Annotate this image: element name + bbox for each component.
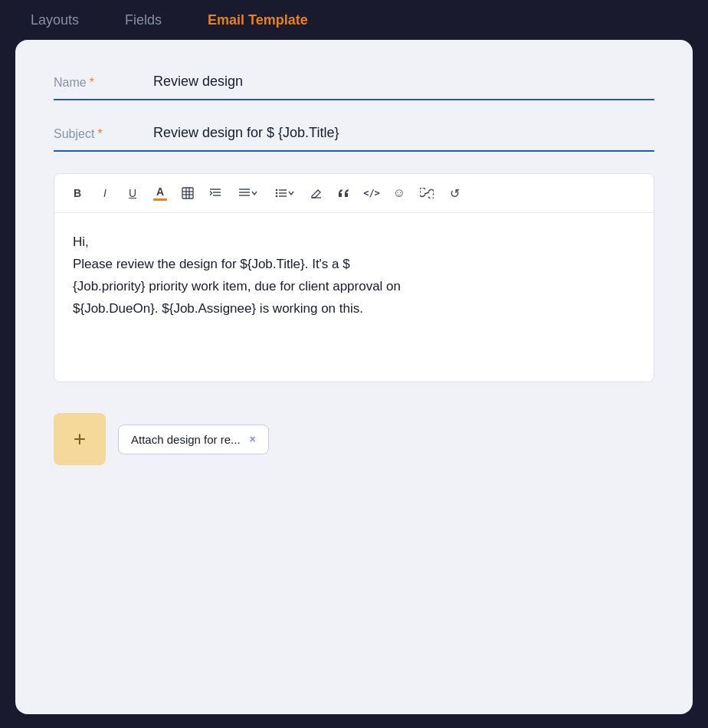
color-a-btn[interactable]: A [148, 182, 172, 205]
editor-content[interactable]: Hi, Please review the design for ${Job.T… [54, 213, 654, 382]
top-nav: Layouts Fields Email Template [0, 0, 708, 40]
underline-btn[interactable]: U [120, 182, 145, 205]
svg-point-11 [275, 189, 277, 192]
main-card: Name * Subject * B I U A [15, 40, 693, 714]
name-label: Name * [54, 76, 153, 93]
name-field: Name * [54, 71, 654, 100]
link-btn[interactable] [415, 182, 439, 205]
editor-toolbar: B I U A [54, 174, 654, 213]
subject-required: * [97, 127, 102, 141]
code-btn[interactable]: </> [359, 182, 384, 205]
subject-field: Subject * [54, 122, 654, 152]
attachment-close-btn[interactable]: × [250, 434, 256, 444]
name-required: * [90, 76, 94, 90]
nav-fields[interactable]: Fields [125, 12, 162, 28]
table-btn[interactable] [175, 182, 200, 205]
name-input[interactable] [153, 71, 654, 93]
svg-point-15 [275, 195, 277, 198]
eraser-btn[interactable] [304, 182, 329, 205]
list-btn[interactable] [267, 182, 301, 205]
editor-container: B I U A [54, 173, 654, 382]
nav-layouts[interactable]: Layouts [31, 12, 79, 28]
indent-btn[interactable] [203, 182, 228, 205]
emoji-btn[interactable]: ☺ [387, 182, 411, 205]
add-attachment-btn[interactable]: + [54, 413, 106, 465]
editor-line2-4: Please review the design for ${Job.Title… [73, 254, 635, 320]
align-btn[interactable] [231, 182, 264, 205]
subject-input[interactable] [153, 122, 654, 144]
svg-line-18 [424, 192, 429, 194]
subject-label: Subject * [54, 127, 153, 144]
bold-btn[interactable]: B [65, 182, 90, 205]
attachment-area: + Attach design for re... × [54, 413, 654, 465]
unlink-btn[interactable]: ↺ [442, 182, 467, 205]
italic-btn[interactable]: I [93, 182, 117, 205]
quote-btn[interactable] [332, 182, 356, 205]
nav-email-template[interactable]: Email Template [208, 12, 308, 28]
svg-rect-0 [182, 188, 193, 198]
attachment-chip: Attach design for re... × [118, 425, 269, 454]
attachment-filename: Attach design for re... [131, 433, 241, 446]
editor-line1: Hi, [73, 231, 635, 254]
svg-point-13 [275, 192, 277, 195]
